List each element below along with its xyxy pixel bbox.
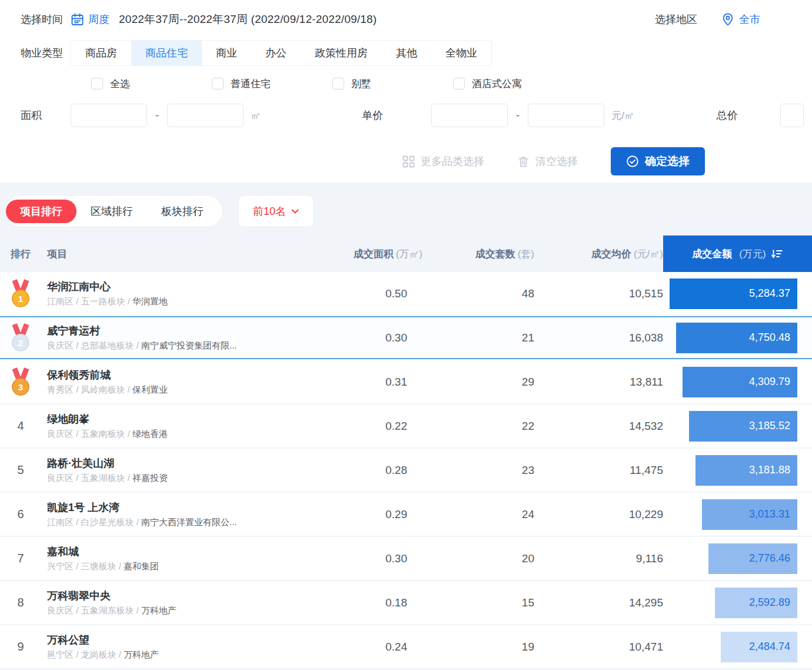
more-categories-button[interactable]: 更多品类选择 (402, 154, 484, 168)
amount-cell: 3,185.52 (663, 411, 812, 442)
property-tab-1[interactable]: 商品房 (71, 41, 131, 65)
rank-cell: 6 (0, 508, 41, 521)
more-categories-label: 更多品类选择 (421, 154, 484, 168)
checkbox-icon[interactable] (91, 78, 103, 89)
project-location: 青秀区 / 凤岭南板块 / 保利置业 (47, 383, 307, 396)
table-row[interactable]: 3保利领秀前城青秀区 / 凤岭南板块 / 保利置业0.312913,8114,3… (0, 360, 812, 403)
header-area[interactable]: 成交面积(万㎡) (307, 236, 422, 272)
table-row[interactable]: 8万科翡翠中央良庆区 / 五象湖东板块 / 万科地产0.181514,2952,… (0, 581, 812, 624)
header-amount-sorted[interactable]: 成交金额(万元) (663, 236, 812, 272)
region-value: 全市 (739, 12, 760, 26)
total-price-label: 总价 (634, 108, 738, 122)
amount-bar: 2,592.89 (715, 588, 797, 618)
project-name[interactable]: 万科公望 (47, 633, 307, 647)
rank-number: 4 (17, 419, 24, 433)
area-max-input[interactable] (167, 104, 244, 127)
area-value: 0.18 (307, 596, 422, 609)
amount-cell: 2,592.89 (663, 588, 812, 618)
ranking-tab-2[interactable]: 区域排行 (76, 200, 147, 223)
clear-selection-button[interactable]: 清空选择 (517, 154, 578, 168)
amount-bar: 3,013.31 (702, 499, 797, 530)
top-n-dropdown[interactable]: 前10名 (239, 196, 313, 227)
subtype-checkbox-2[interactable]: 普通住宅 (212, 77, 332, 91)
subtype-checkbox-4[interactable]: 酒店式公寓 (453, 77, 574, 91)
units-value: 23 (422, 464, 535, 477)
checkbox-icon[interactable] (332, 78, 344, 89)
header-project: 项目 (41, 236, 307, 272)
project-cell: 威宁青运村良庆区 / 总部基地板块 / 南宁威宁投资集团有限... (41, 324, 307, 352)
header-avg-price[interactable]: 成交均价(元/㎡) (535, 236, 663, 272)
unit-price-unit-label: 元/㎡ (611, 109, 634, 122)
rank-number: 9 (17, 640, 24, 654)
ranking-table-body: 1华润江南中心江南区 / 五一路板块 / 华润置地0.504810,5155,2… (0, 272, 812, 668)
ranking-tab-1[interactable]: 项目排行 (6, 200, 76, 223)
table-row[interactable]: 7嘉和城兴宁区 / 三塘板块 / 嘉和集团0.30209,1162,776.46 (0, 537, 812, 580)
checkbox-icon[interactable] (212, 78, 224, 89)
time-range-value[interactable]: 2022年37周--2022年37周 (2022/09/12-2022/09/1… (119, 12, 377, 27)
property-tab-5[interactable]: 政策性用房 (301, 41, 382, 65)
table-row[interactable]: 5路桥·壮美山湖良庆区 / 五象湖板块 / 祥嘉投资0.282311,4753,… (0, 449, 812, 492)
rank-cell: 4 (0, 419, 41, 433)
ranking-tabs: 项目排行区域排行板块排行 (6, 196, 222, 227)
time-mode-select[interactable]: 周度 (71, 12, 109, 26)
area-value: 0.30 (307, 552, 422, 565)
property-tab-2[interactable]: 商品住宅 (131, 41, 202, 65)
project-name[interactable]: 保利领秀前城 (47, 368, 307, 382)
area-min-input[interactable] (71, 104, 147, 127)
ranking-tabs-row: 项目排行区域排行板块排行 前10名 (0, 196, 812, 227)
time-mode-value: 周度 (88, 12, 109, 26)
property-tab-6[interactable]: 其他 (382, 41, 431, 65)
rank-cell: 1 (0, 280, 41, 307)
project-location: 良庆区 / 五象南板块 / 绿地香港 (47, 427, 307, 440)
area-filter-label: 面积 (0, 108, 71, 122)
table-row[interactable]: 1华润江南中心江南区 / 五一路板块 / 华润置地0.504810,5155,2… (0, 272, 812, 315)
unit-price-range-dash: - (516, 110, 520, 122)
unit-price-min-input[interactable] (431, 104, 508, 127)
filter-panel: 选择时间 周度 2022年37 (0, 0, 812, 183)
avg-price-value: 16,038 (535, 331, 663, 344)
project-name[interactable]: 嘉和城 (47, 545, 307, 559)
table-row[interactable]: 6凯旋1号 上水湾江南区 / 白沙星光板块 / 南宁大西洋置业有限公...0.2… (0, 493, 812, 536)
property-tab-7[interactable]: 全物业 (431, 41, 491, 65)
checkbox-icon[interactable] (453, 78, 465, 89)
amount-cell: 5,284.37 (663, 278, 812, 309)
property-tab-3[interactable]: 商业 (202, 41, 251, 65)
header-units[interactable]: 成交套数(套) (422, 236, 535, 272)
ranking-tab-3[interactable]: 板块排行 (147, 200, 218, 223)
checkbox-label: 酒店式公寓 (472, 77, 522, 91)
unit-price-max-input[interactable] (528, 104, 604, 127)
region-select[interactable]: 全市 (721, 12, 760, 26)
project-cell: 保利领秀前城青秀区 / 凤岭南板块 / 保利置业 (41, 368, 307, 396)
project-name[interactable]: 华润江南中心 (47, 280, 307, 294)
table-row[interactable]: 4绿地朗峯良庆区 / 五象南板块 / 绿地香港0.222214,5323,185… (0, 404, 812, 447)
subtype-checkbox-1[interactable]: 全选 (91, 77, 212, 91)
avg-price-value: 13,811 (535, 376, 663, 389)
avg-price-value: 9,116 (535, 552, 663, 565)
table-row[interactable]: 9万科公望邕宁区 / 龙岗板块 / 万科地产0.241910,4712,484.… (0, 625, 812, 668)
project-name[interactable]: 威宁青运村 (47, 324, 307, 338)
amount-bar: 2,484.74 (721, 632, 797, 662)
filter-actions-row: 更多品类选择 清空选择 (0, 146, 812, 177)
silver-medal-icon: 2 (11, 324, 31, 351)
avg-price-value: 14,295 (535, 596, 663, 609)
project-cell: 华润江南中心江南区 / 五一路板块 / 华润置地 (41, 280, 307, 308)
real-estate-ranking-page: 选择时间 周度 2022年37 (0, 0, 812, 670)
region-filter-label: 选择地区 (655, 12, 697, 26)
property-tab-4[interactable]: 办公 (251, 41, 301, 65)
project-location: 良庆区 / 五象湖东板块 / 万科地产 (47, 604, 307, 617)
ranking-table-header: 排行 项目 成交面积(万㎡) 成交套数(套) 成交均价(元/㎡) 成交金额(万元… (0, 236, 812, 272)
project-name[interactable]: 路桥·壮美山湖 (47, 456, 307, 470)
project-name[interactable]: 凯旋1号 上水湾 (47, 500, 307, 515)
table-row[interactable]: 2威宁青运村良庆区 / 总部基地板块 / 南宁威宁投资集团有限...0.3021… (0, 316, 812, 359)
project-name[interactable]: 万科翡翠中央 (47, 589, 307, 603)
subtype-checkbox-3[interactable]: 别墅 (332, 77, 453, 91)
project-name[interactable]: 绿地朗峯 (47, 412, 307, 426)
avg-price-value: 14,532 (535, 420, 663, 433)
total-price-min-input[interactable] (780, 104, 804, 127)
region-filter: 选择地区 全市 (655, 12, 812, 26)
amount-cell: 4,309.79 (663, 367, 812, 397)
location-pin-icon (721, 12, 735, 26)
units-value: 24 (422, 508, 535, 521)
confirm-selection-button[interactable]: 确定选择 (611, 147, 705, 175)
chevron-down-icon (291, 209, 299, 214)
